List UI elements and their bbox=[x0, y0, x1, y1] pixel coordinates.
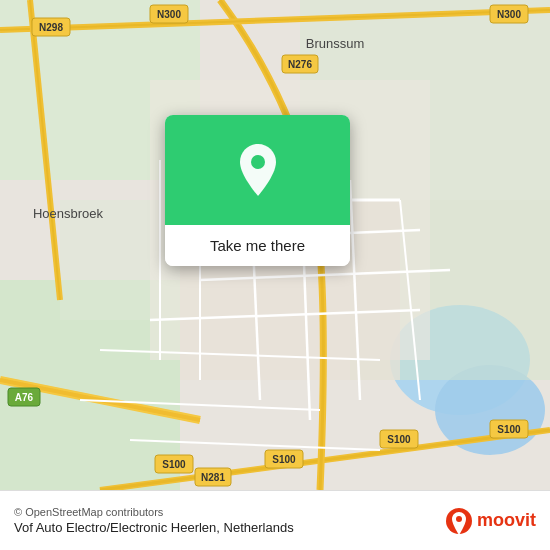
svg-text:N298: N298 bbox=[39, 22, 63, 33]
location-pin-icon bbox=[236, 144, 280, 196]
map-container[interactable]: N298 N300 N300 N276 A76 S100 S100 S100 S… bbox=[0, 0, 550, 490]
svg-text:A76: A76 bbox=[15, 392, 34, 403]
svg-text:S100: S100 bbox=[162, 459, 186, 470]
svg-text:S100: S100 bbox=[497, 424, 521, 435]
map-attribution: © OpenStreetMap contributors bbox=[14, 506, 294, 518]
svg-text:S100: S100 bbox=[272, 454, 296, 465]
location-name: Vof Auto Electro/Electronic Heerlen, Net… bbox=[14, 520, 294, 535]
svg-text:N281: N281 bbox=[201, 472, 225, 483]
svg-text:S100: S100 bbox=[387, 434, 411, 445]
svg-point-53 bbox=[251, 155, 265, 169]
bottom-bar: © OpenStreetMap contributors Vof Auto El… bbox=[0, 490, 550, 550]
svg-text:Brunssum: Brunssum bbox=[306, 36, 365, 51]
svg-text:Hoensbroek: Hoensbroek bbox=[33, 206, 104, 221]
svg-text:N276: N276 bbox=[288, 59, 312, 70]
popup-card[interactable]: Take me there bbox=[165, 115, 350, 266]
svg-text:N300: N300 bbox=[157, 9, 181, 20]
moovit-logo: moovit bbox=[445, 507, 536, 535]
svg-point-55 bbox=[456, 516, 462, 522]
svg-text:N300: N300 bbox=[497, 9, 521, 20]
moovit-brand-text: moovit bbox=[477, 510, 536, 531]
take-me-there-button[interactable]: Take me there bbox=[165, 225, 350, 266]
moovit-logo-icon bbox=[445, 507, 473, 535]
popup-header bbox=[165, 115, 350, 225]
